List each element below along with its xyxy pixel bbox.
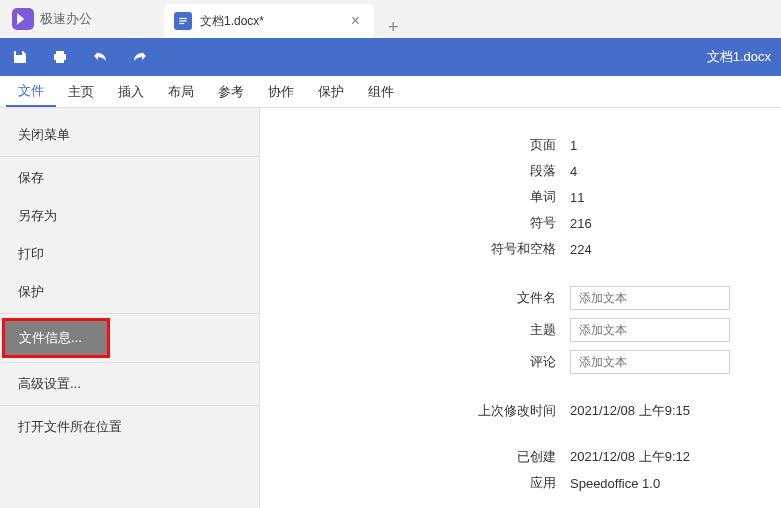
menu-reference[interactable]: 参考	[206, 76, 256, 107]
app-badge: 极速办公	[0, 8, 104, 30]
print-icon[interactable]	[50, 47, 70, 67]
undo-icon[interactable]	[90, 47, 110, 67]
save-icon[interactable]	[10, 47, 30, 67]
tab-label: 文档1.docx*	[200, 13, 339, 30]
label-symbols: 符号	[280, 214, 570, 232]
divider	[0, 405, 259, 406]
label-lastmod: 上次修改时间	[280, 402, 570, 420]
input-filename[interactable]	[570, 286, 730, 310]
sidebar-print[interactable]: 打印	[0, 235, 259, 273]
label-paragraphs: 段落	[280, 162, 570, 180]
sidebar-close-menu[interactable]: 关闭菜单	[0, 116, 259, 154]
label-symbols-space: 符号和空格	[280, 240, 570, 258]
tab-strip: 文档1.docx* × +	[164, 0, 413, 38]
sidebar-protect[interactable]: 保护	[0, 273, 259, 311]
value-created: 2021/12/08 上午9:12	[570, 448, 690, 466]
value-words: 11	[570, 190, 584, 205]
sidebar-advanced[interactable]: 高级设置...	[0, 365, 259, 403]
add-tab-icon[interactable]: +	[374, 17, 413, 38]
menu-collab[interactable]: 协作	[256, 76, 306, 107]
menu-home[interactable]: 主页	[56, 76, 106, 107]
document-tab[interactable]: 文档1.docx* ×	[164, 4, 374, 38]
file-sidebar: 关闭菜单 保存 另存为 打印 保护 文件信息... 高级设置... 打开文件所在…	[0, 108, 260, 508]
toolbar: 文档1.docx	[0, 38, 781, 76]
document-title: 文档1.docx	[707, 48, 771, 66]
redo-icon[interactable]	[130, 47, 150, 67]
label-pages: 页面	[280, 136, 570, 154]
label-filename: 文件名	[280, 289, 570, 307]
sidebar-file-info[interactable]: 文件信息...	[5, 321, 107, 355]
sidebar-save-as[interactable]: 另存为	[0, 197, 259, 235]
app-logo-icon	[12, 8, 34, 30]
input-subject[interactable]	[570, 318, 730, 342]
label-comments: 评论	[280, 353, 570, 371]
label-subject: 主题	[280, 321, 570, 339]
value-pages: 1	[570, 138, 577, 153]
sidebar-save[interactable]: 保存	[0, 159, 259, 197]
label-created: 已创建	[280, 448, 570, 466]
menu-file[interactable]: 文件	[6, 76, 56, 107]
app-name: 极速办公	[40, 10, 92, 28]
doc-icon	[174, 12, 192, 30]
menu-bar: 文件 主页 插入 布局 参考 协作 保护 组件	[0, 76, 781, 108]
title-bar: 极速办公 文档1.docx* × +	[0, 0, 781, 38]
menu-protect[interactable]: 保护	[306, 76, 356, 107]
divider	[0, 313, 259, 314]
divider	[0, 362, 259, 363]
value-symbols: 216	[570, 216, 592, 231]
label-words: 单词	[280, 188, 570, 206]
value-paragraphs: 4	[570, 164, 577, 179]
label-application: 应用	[280, 474, 570, 492]
file-info-panel: 页面1 段落4 单词11 符号216 符号和空格224 文件名 主题 评论 上次…	[260, 108, 781, 508]
value-lastmod: 2021/12/08 上午9:15	[570, 402, 690, 420]
value-symbols-space: 224	[570, 242, 592, 257]
highlight-annotation: 文件信息...	[2, 318, 110, 358]
close-icon[interactable]: ×	[347, 12, 364, 30]
sidebar-open-location[interactable]: 打开文件所在位置	[0, 408, 259, 446]
input-comments[interactable]	[570, 350, 730, 374]
menu-component[interactable]: 组件	[356, 76, 406, 107]
value-application: Speedoffice 1.0	[570, 476, 660, 491]
divider	[0, 156, 259, 157]
menu-insert[interactable]: 插入	[106, 76, 156, 107]
menu-layout[interactable]: 布局	[156, 76, 206, 107]
